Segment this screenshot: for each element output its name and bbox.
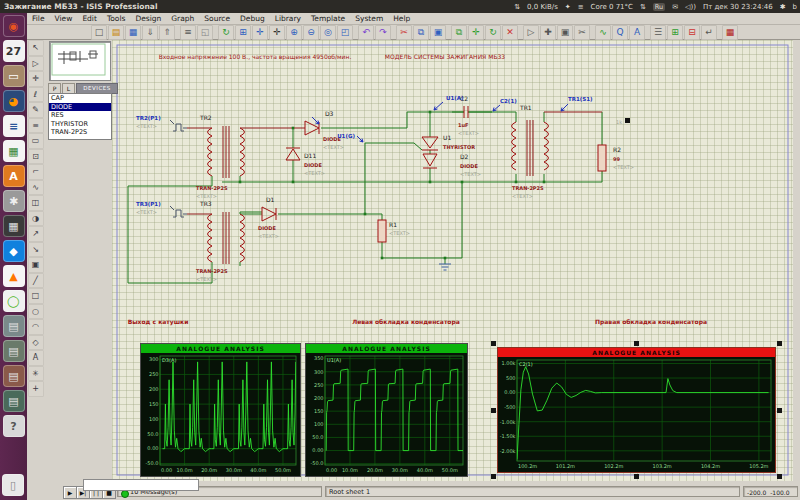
launcher-help-app[interactable]: ?	[3, 415, 25, 437]
launcher-window-thumb-4[interactable]: ▤	[3, 390, 25, 412]
net-speed[interactable]: 0,0 KiB/s	[527, 3, 558, 11]
selection-handle[interactable]	[491, 474, 496, 479]
launcher-firefox[interactable]: ◕	[3, 90, 25, 112]
selection-handle[interactable]	[777, 408, 782, 413]
launcher-window-thumb-3[interactable]: ▤	[3, 365, 25, 387]
new-file-button[interactable]: □	[91, 25, 107, 40]
launcher-libreoffice-writer[interactable]: ≡	[3, 115, 25, 137]
search-tag-button[interactable]: Q	[612, 25, 628, 40]
overview-window[interactable]	[49, 41, 111, 81]
menu-view[interactable]: View	[50, 14, 78, 23]
menu-debug[interactable]: Debug	[235, 14, 270, 23]
launcher-trash[interactable]: ▯	[2, 474, 24, 496]
cut-button[interactable]: ✂	[396, 25, 412, 40]
mode-2d-text[interactable]: A	[28, 350, 44, 366]
wires-red[interactable]	[187, 112, 602, 214]
component-d3[interactable]: D3 DIODE <TEXT>	[305, 110, 344, 150]
component-tr3[interactable]: TR3 TRAN-2P2S <TEXT>	[196, 200, 262, 282]
system-tray[interactable]: ⇅0,0 KiB/s✦≡Core 0 71°C⇅Ru✉◁))Пт дек 30 …	[514, 3, 800, 11]
block-rotate-button[interactable]: ↻	[485, 25, 501, 40]
device-item-diode[interactable]: DIODE	[49, 103, 111, 112]
make-device-button[interactable]: ✚	[540, 25, 556, 40]
launcher-window-thumb-1[interactable]: ▤	[3, 315, 25, 337]
edit-area[interactable]: Входное напряжение 100 В., частота враще…	[112, 40, 793, 481]
device-item-cap[interactable]: CAP	[49, 94, 111, 103]
mode-subcircuit-mode[interactable]: ▭	[28, 133, 44, 149]
user[interactable]: b	[793, 3, 797, 11]
mode-text-script-mode[interactable]: ✎	[28, 102, 44, 118]
selection-handle[interactable]	[777, 341, 782, 346]
generator-tr2p1[interactable]: TR2(P1) <TEXT>	[136, 115, 187, 131]
mode-voltage-probe-mode[interactable]: ↗	[28, 226, 44, 242]
graph-capacitor-right[interactable]: ANALOGUE ANALYSIS 1.00k5000.00-500-1.00k…	[497, 347, 776, 473]
graph-capacitor-left[interactable]: ANALOGUE ANALYSIS 35030025020015010050.0…	[305, 343, 468, 477]
mode-junction-dot-mode[interactable]: ✛	[28, 71, 44, 87]
probe-u1g[interactable]: U1(G)	[337, 133, 363, 142]
launcher-libreoffice-calc[interactable]: ▦	[3, 140, 25, 162]
menu-system[interactable]: System	[350, 14, 388, 23]
mail-icon[interactable]: ✉	[672, 3, 678, 11]
selection-handle[interactable]	[491, 408, 496, 413]
mode-2d-box[interactable]: □	[28, 288, 44, 304]
indicator-icon[interactable]: ✦	[565, 3, 571, 11]
zoom-all-button[interactable]: ◎	[320, 25, 336, 40]
paste-button[interactable]: ▣	[430, 25, 446, 40]
new-sheet-button[interactable]: ⊞	[667, 25, 683, 40]
launcher-system-settings[interactable]: ✱	[3, 190, 25, 212]
origin-button[interactable]: ✛	[252, 25, 268, 40]
zoom-in-button[interactable]: ⊕	[286, 25, 302, 40]
probe-c21[interactable]: C2(1)	[493, 98, 517, 111]
mode-2d-line[interactable]: ╱	[28, 273, 44, 289]
device-item-res[interactable]: RES	[49, 111, 111, 120]
menu-design[interactable]: Design	[130, 14, 166, 23]
export-button[interactable]: ⇑	[159, 25, 175, 40]
mode-2d-symbol[interactable]: ✳	[28, 366, 44, 382]
wire-autorouter-button[interactable]: ∿	[595, 25, 611, 40]
design-explorer-button[interactable]: ☰	[650, 25, 666, 40]
component-d11[interactable]: D11 DIODE <TEXT>	[286, 148, 325, 176]
mode-wire-label-mode[interactable]: ℓ	[28, 87, 44, 103]
probe-d3a[interactable]	[312, 117, 319, 124]
launcher-vlc[interactable]: ▲	[3, 265, 25, 287]
mode-virtual-instrument-mode[interactable]: ▣	[28, 257, 44, 273]
probe-tr1s1[interactable]: TR1(S1) 1k	[561, 96, 630, 125]
component-d1[interactable]: D1 DIODE <TEXT>	[258, 196, 279, 239]
mode-component-mode[interactable]: ▷	[28, 56, 44, 72]
grid-toggle-button[interactable]: ⊞	[235, 25, 251, 40]
save-file-button[interactable]: ▦	[125, 25, 141, 40]
component-d2[interactable]: D2 DIODE <TEXT>	[423, 153, 481, 177]
mode-bus-mode[interactable]: ≡	[28, 118, 44, 134]
pick-device-button[interactable]: ▷	[523, 25, 539, 40]
menu-library[interactable]: Library	[270, 14, 306, 23]
mode-generator-mode[interactable]: ◑	[28, 211, 44, 227]
zoom-area-button[interactable]: ◰	[337, 25, 353, 40]
menu-tools[interactable]: Tools	[102, 14, 130, 23]
graph-coil-output[interactable]: ANALOGUE ANALYSIS 30025020015010050.00.0…	[140, 343, 301, 477]
packaging-tool-button[interactable]: ▣	[557, 25, 573, 40]
bug-list-button[interactable]: ▦	[722, 25, 738, 40]
mode-2d-arc[interactable]: ◠	[28, 319, 44, 335]
keyboard-layout[interactable]: Ru	[653, 3, 665, 11]
block-copy-button[interactable]: ⧉	[451, 25, 467, 40]
volume-icon[interactable]: ◁))	[685, 3, 696, 11]
component-tr1[interactable]: TR1 TRAN-2P2S <TEXT>	[512, 104, 549, 199]
zoom-out-button[interactable]: ⊖	[303, 25, 319, 40]
cpu-temp[interactable]: Core 0 71°C	[591, 3, 633, 11]
mode-2d-path[interactable]: ◇	[28, 335, 44, 351]
redo-button[interactable]: ↷	[375, 25, 391, 40]
device-list[interactable]: CAPDIODERESTHYRISTORTRAN-2P2S	[48, 93, 112, 140]
menu-file[interactable]: File	[27, 14, 50, 23]
menu-edit[interactable]: Edit	[77, 14, 102, 23]
component-c2[interactable]: C2 1uF <TEXT>	[458, 95, 479, 136]
launcher-file-manager[interactable]: ▭	[3, 65, 25, 87]
probe-u1a[interactable]: U1(A)	[434, 95, 464, 110]
launcher-ubuntu-button[interactable]: ◉	[3, 15, 25, 37]
play-button[interactable]: ▶	[63, 486, 77, 499]
component-tr2[interactable]: TR2 TRAN-2P2S <TEXT>	[196, 114, 245, 199]
remove-sheet-button[interactable]: ⊟	[684, 25, 700, 40]
selection-handle[interactable]	[634, 474, 639, 479]
ground-symbol[interactable]	[439, 264, 451, 270]
menu-source[interactable]: Source	[199, 14, 235, 23]
mode-device-pin-mode[interactable]: ⌐	[28, 164, 44, 180]
block-delete-button[interactable]: ✕	[502, 25, 518, 40]
